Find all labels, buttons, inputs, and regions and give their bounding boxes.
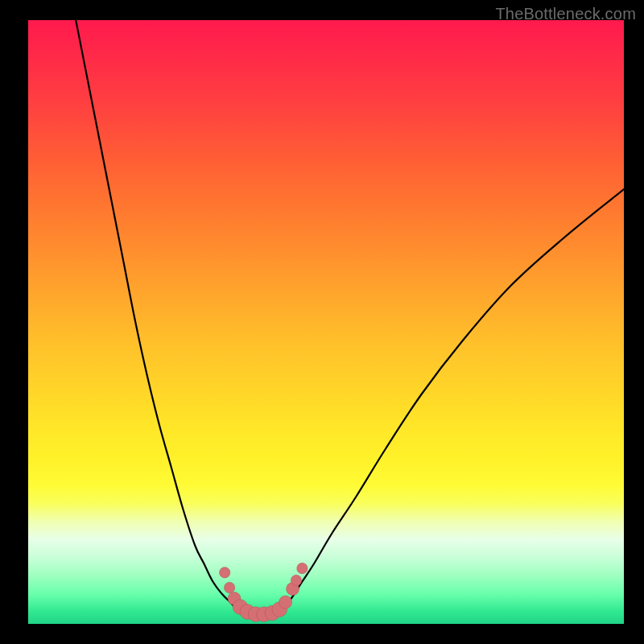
marker-dot: [291, 575, 301, 585]
marker-dot: [297, 563, 308, 573]
plot-area: [28, 20, 624, 624]
watermark-text: TheBottleneck.com: [495, 5, 636, 23]
marker-dot: [279, 596, 292, 609]
marker-group: [220, 563, 308, 621]
marker-dot: [220, 568, 230, 578]
chart-svg: [28, 20, 624, 624]
marker-dot: [224, 582, 234, 592]
chart-stage: TheBottleneck.com: [0, 0, 644, 644]
bottleneck-curve: [76, 20, 624, 615]
